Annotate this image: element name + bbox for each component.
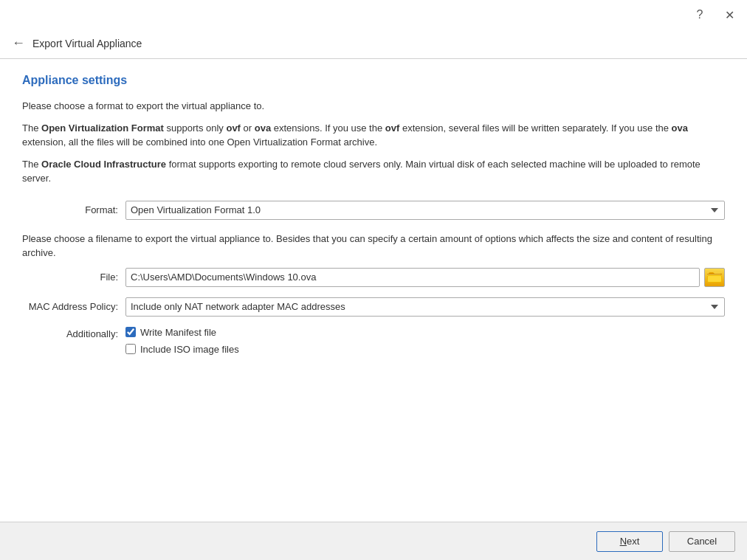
window-title: Export Virtual Appliance [32, 38, 142, 49]
ovf-ext-bold: ovf [226, 122, 241, 134]
next-button[interactable]: Next [596, 531, 663, 552]
svg-rect-3 [708, 276, 721, 282]
ovf-bold: Open Virtualization Format [41, 122, 164, 134]
write-manifest-label: Write Manifest file [140, 327, 216, 338]
title-bar: ? ✕ [0, 0, 747, 30]
file-row: File: [22, 268, 725, 287]
include-iso-label: Include ISO image files [140, 344, 239, 355]
section-title: Appliance settings [22, 74, 725, 87]
help-button[interactable]: ? [691, 6, 709, 24]
file-input[interactable] [125, 268, 700, 287]
file-input-group [125, 268, 725, 287]
next-label: Next [620, 536, 640, 547]
ova-ext-bold: ova [255, 122, 271, 134]
description-3: The Oracle Cloud Infrastructure format s… [22, 157, 725, 186]
description-2: The Open Virtualization Format supports … [22, 121, 725, 150]
include-iso-checkbox[interactable] [125, 344, 136, 354]
window-header: ← Export Virtual Appliance [0, 30, 747, 59]
description-1: Please choose a format to export the vir… [22, 99, 725, 114]
cancel-button[interactable]: Cancel [669, 531, 735, 552]
additionally-label: Additionally: [22, 327, 125, 339]
folder-icon [707, 271, 722, 284]
format-row: Format: Open Virtualization Format 0.9 O… [22, 201, 725, 220]
mac-address-row: MAC Address Policy: Include all network … [22, 297, 725, 317]
mac-address-select[interactable]: Include all network adapter MAC addresse… [125, 297, 725, 317]
oci-bold: Oracle Cloud Infrastructure [41, 159, 166, 170]
file-label: File: [22, 272, 125, 283]
format-label: Format: [22, 204, 125, 215]
file-browse-button[interactable] [704, 268, 725, 287]
svg-rect-4 [707, 274, 722, 274]
write-manifest-checkbox-row[interactable]: Write Manifest file [125, 327, 239, 338]
checkboxes-container: Write Manifest file Include ISO image fi… [125, 327, 239, 355]
back-arrow-icon[interactable]: ← [12, 35, 25, 51]
description-4: Please choose a filename to export the v… [22, 232, 725, 260]
footer: Next Cancel [0, 522, 747, 560]
include-iso-checkbox-row[interactable]: Include ISO image files [125, 344, 239, 355]
ovf-ext-bold2: ovf [385, 122, 400, 134]
form-section: Format: Open Virtualization Format 0.9 O… [22, 201, 725, 220]
ova-ext-bold2: ova [672, 122, 688, 134]
mac-address-label: MAC Address Policy: [22, 301, 125, 312]
main-content: Appliance settings Please choose a forma… [0, 59, 747, 522]
write-manifest-checkbox[interactable] [125, 327, 136, 337]
additionally-row: Additionally: Write Manifest file Includ… [22, 327, 725, 355]
close-button[interactable]: ✕ [720, 6, 738, 24]
format-select[interactable]: Open Virtualization Format 0.9 Open Virt… [125, 201, 725, 220]
